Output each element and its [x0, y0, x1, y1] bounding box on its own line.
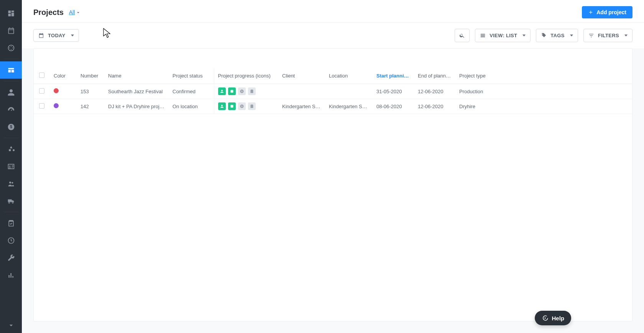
progress-money-icon[interactable]: $ — [238, 87, 246, 95]
sidebar-item-time[interactable] — [0, 39, 22, 56]
svg-point-2 — [12, 47, 13, 48]
table-row[interactable]: 142DJ kit + PA Dryhire projectOn locatio… — [34, 99, 632, 114]
sidebar-item-chart[interactable] — [0, 266, 22, 284]
cell-end: 12-06-2020 — [414, 84, 455, 99]
sidebar-item-people[interactable] — [0, 175, 22, 192]
tags-label: TAGS — [550, 33, 564, 38]
svg-point-3 — [10, 49, 11, 50]
sidebar-item-truck[interactable] — [0, 192, 22, 209]
clipboard-check-icon — [7, 219, 15, 227]
svg-point-7 — [9, 165, 10, 166]
filter-link-all[interactable]: All — [69, 9, 80, 15]
col-header-name[interactable]: Name — [104, 68, 169, 84]
svg-point-21 — [545, 318, 546, 319]
cell-client — [278, 84, 325, 99]
col-header-end[interactable]: End of planning … — [414, 68, 455, 84]
today-button[interactable]: TODAY — [33, 29, 79, 42]
list-icon — [480, 33, 486, 38]
progress-icons: $ — [218, 102, 275, 110]
progress-icons: $ — [218, 87, 275, 95]
filters-button[interactable]: FILTERS — [583, 29, 632, 42]
col-header-number[interactable]: Number — [77, 68, 104, 84]
people-icon — [7, 180, 15, 188]
truck-icon — [7, 197, 15, 205]
main-area: Projects All Add project TODAY V — [22, 0, 644, 333]
col-header-type[interactable]: Project type — [455, 68, 632, 84]
progress-box-icon[interactable] — [228, 87, 236, 95]
sidebar-item-money[interactable]: $ — [0, 118, 22, 135]
col-header-progress[interactable]: Project progress (icons) — [214, 68, 278, 84]
sidebar-item-shapes[interactable] — [0, 140, 22, 158]
col-header-status[interactable]: Project status — [169, 68, 214, 84]
row-checkbox[interactable] — [39, 88, 44, 94]
svg-rect-14 — [230, 90, 233, 93]
cell-status: Confirmed — [169, 84, 214, 99]
cell-type: Production — [455, 84, 632, 99]
sidebar-item-card[interactable] — [0, 158, 22, 175]
id-card-icon — [7, 163, 15, 170]
cell-end: 12-06-2020 — [414, 99, 455, 114]
svg-text:$: $ — [241, 105, 242, 107]
col-header-location[interactable]: Location — [325, 68, 373, 84]
sidebar-expand[interactable] — [0, 318, 22, 333]
wrench-icon — [7, 254, 15, 262]
svg-text:$: $ — [10, 125, 12, 129]
view-button[interactable]: VIEW: LIST — [475, 29, 531, 42]
row-checkbox[interactable] — [39, 103, 44, 109]
sidebar: $ — [0, 0, 22, 333]
help-button[interactable]: Help — [535, 311, 571, 325]
svg-point-10 — [8, 202, 10, 203]
cell-name: Southearth Jazz Festival — [104, 84, 169, 99]
table-row[interactable]: 153Southearth Jazz FestivalConfirmed$31-… — [34, 84, 632, 99]
svg-point-8 — [9, 181, 11, 183]
cell-name: DJ kit + PA Dryhire project — [104, 99, 169, 114]
sidebar-item-calendar[interactable] — [0, 22, 22, 39]
cell-start: 08-06-2020 — [373, 99, 414, 114]
svg-text:$: $ — [241, 90, 242, 92]
col-header-client[interactable]: Client — [278, 68, 325, 84]
select-all-checkbox[interactable] — [39, 73, 44, 78]
tags-button[interactable]: TAGS — [536, 29, 578, 42]
filters-label: FILTERS — [598, 33, 619, 38]
sidebar-item-wrench[interactable] — [0, 249, 22, 266]
dashboard-icon — [7, 10, 15, 17]
search-icon — [459, 33, 465, 38]
today-label: TODAY — [48, 33, 66, 38]
sidebar-item-gauge[interactable] — [0, 101, 22, 118]
view-label: VIEW: LIST — [490, 33, 517, 38]
cell-number: 142 — [77, 99, 104, 114]
sidebar-item-dashboard[interactable] — [0, 5, 22, 22]
add-project-button[interactable]: Add project — [582, 6, 632, 18]
progress-money-icon[interactable]: $ — [238, 102, 246, 110]
svg-point-13 — [221, 90, 223, 91]
sidebar-item-account[interactable] — [0, 84, 22, 101]
sidebar-item-clipboard[interactable] — [0, 214, 22, 232]
col-header-color[interactable]: Color — [50, 68, 77, 84]
progress-clipboard-icon[interactable] — [248, 102, 256, 110]
col-header-start[interactable]: Start planning p… — [373, 68, 414, 84]
user-icon — [7, 89, 15, 96]
progress-user-icon[interactable] — [218, 87, 226, 95]
sidebar-item-clock[interactable] — [0, 232, 22, 249]
svg-point-1 — [10, 46, 11, 46]
cell-status: On location — [169, 99, 214, 114]
projects-icon — [7, 66, 15, 74]
chat-icon — [542, 315, 549, 321]
filter-link-label: All — [69, 9, 75, 15]
chevron-down-icon — [7, 321, 15, 329]
cell-number: 153 — [77, 84, 104, 99]
sidebar-item-projects[interactable] — [0, 61, 22, 79]
cell-client: Kindergarten Sc… — [278, 99, 325, 114]
progress-box-icon[interactable] — [228, 102, 236, 110]
cell-start: 31-05-2020 — [373, 84, 414, 99]
gauge-icon — [7, 106, 15, 114]
cell-location — [325, 84, 373, 99]
plus-icon — [588, 10, 593, 15]
search-button[interactable] — [455, 29, 470, 42]
progress-clipboard-icon[interactable] — [248, 87, 256, 95]
caret-down-icon — [71, 35, 74, 36]
caret-down-icon — [570, 35, 573, 36]
progress-user-icon[interactable] — [218, 102, 226, 110]
svg-point-17 — [221, 105, 223, 106]
cell-location: Kindergarten Sc… — [325, 99, 373, 114]
